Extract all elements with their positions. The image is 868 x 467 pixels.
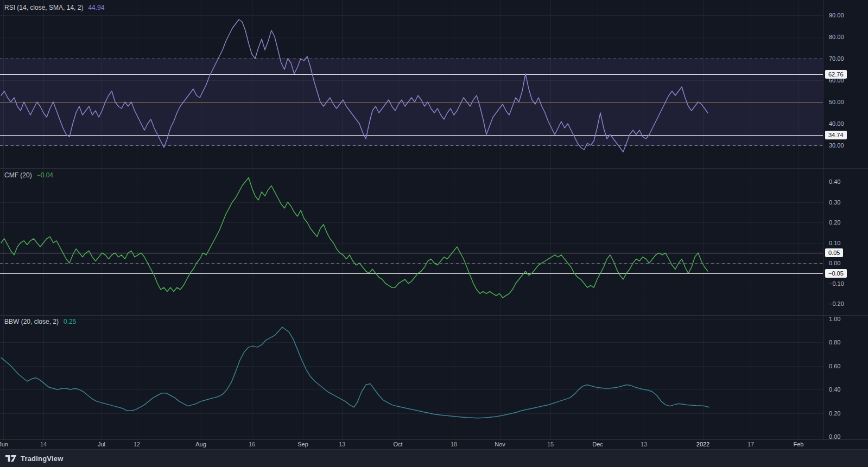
bbw-series-line	[1, 327, 709, 418]
time-tick-15: 15	[547, 441, 554, 447]
time-tick-Nov: Nov	[495, 441, 505, 447]
price-tick-label: −0.20	[823, 300, 844, 308]
cmf-price-badge: 0.05	[825, 248, 843, 257]
rsi-price-badge: 62.76	[825, 70, 847, 79]
price-tick-label: 30.00	[823, 142, 844, 149]
price-tick-label: 0.30	[823, 199, 840, 206]
price-tick-label: 0.60	[823, 362, 840, 370]
time-tick-17: 17	[747, 441, 754, 447]
time-tick-Jul: Jul	[98, 441, 105, 447]
price-tick-label: 0.10	[823, 239, 840, 247]
price-tick-label: 50.00	[823, 98, 844, 106]
pane-separator[interactable]	[0, 315, 868, 316]
tradingview-brand[interactable]: TradingView	[21, 455, 64, 463]
time-tick-Dec: Dec	[592, 441, 603, 447]
price-tick-label: 0.00	[823, 259, 840, 267]
rsi-title: RSI (14, close, SMA, 14, 2)	[4, 4, 83, 11]
footer-toolbar: TradingView	[0, 449, 868, 467]
price-tick-label: 1.00	[823, 315, 840, 323]
price-tick-label: 80.00	[823, 33, 844, 41]
cmf-series-line	[1, 178, 708, 298]
bbw-value: 0.25	[64, 318, 76, 325]
price-tick-label: 0.20	[823, 410, 840, 417]
price-axis[interactable]: 90.0080.0070.0060.0050.0040.0030.0062.76…	[823, 0, 868, 439]
cmf-title: CMF (20)	[4, 171, 32, 179]
rsi-value: 44.94	[88, 4, 104, 11]
time-tick-Sep: Sep	[297, 441, 308, 447]
time-tick-13: 13	[339, 441, 345, 447]
time-axis[interactable]: Jun14Jul12Aug16Sep13Oct18Nov15Dec1320221…	[0, 439, 868, 449]
price-tick-label: 70.00	[823, 55, 844, 62]
chart-plot-area[interactable]	[0, 0, 823, 439]
price-tick-label: 40.00	[823, 120, 844, 127]
time-tick-Jun: Jun	[0, 441, 8, 447]
price-tick-label: 0.00	[823, 433, 840, 439]
price-tick-label: 90.00	[823, 11, 844, 19]
time-tick-Oct: Oct	[393, 441, 402, 447]
pane-separator[interactable]	[0, 168, 868, 169]
time-tick-14: 14	[40, 441, 47, 447]
time-tick-16: 16	[249, 441, 255, 447]
bbw-title: BBW (20, close, 2)	[4, 318, 59, 325]
time-tick-13: 13	[641, 441, 647, 447]
price-tick-label: 0.20	[823, 219, 840, 226]
cmf-price-badge: −0.05	[825, 269, 847, 278]
pane-legend-cmf[interactable]: CMF (20) −0.04	[4, 171, 53, 179]
tradingview-logo-icon[interactable]	[5, 455, 17, 462]
pane-legend-bbw[interactable]: BBW (20, close, 2) 0.25	[4, 318, 76, 325]
price-tick-label: 0.40	[823, 178, 840, 185]
price-tick-label: −0.10	[823, 280, 844, 287]
cmf-value: −0.04	[37, 171, 53, 179]
price-tick-label: 0.40	[823, 386, 840, 393]
rsi-price-badge: 34.74	[825, 131, 847, 139]
time-tick-2022: 2022	[696, 441, 709, 447]
time-tick-Feb: Feb	[794, 441, 804, 447]
chart-root: 90.0080.0070.0060.0050.0040.0030.0062.76…	[0, 0, 868, 467]
time-tick-Aug: Aug	[195, 441, 206, 447]
time-tick-18: 18	[451, 441, 457, 447]
pane-legend-rsi[interactable]: RSI (14, close, SMA, 14, 2) 44.94	[4, 4, 104, 11]
time-tick-12: 12	[134, 441, 140, 447]
price-tick-label: 0.80	[823, 338, 840, 346]
